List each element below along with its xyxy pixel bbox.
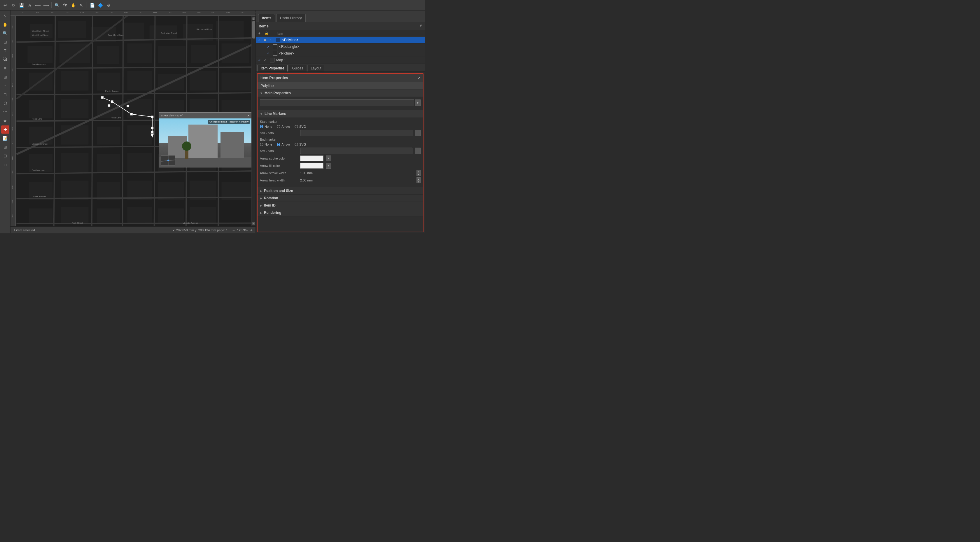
start-svg-browse-btn[interactable]: ⋯ bbox=[415, 130, 421, 136]
item-row-map1[interactable]: ✓ ✓ Map 1 bbox=[256, 57, 425, 64]
end-svg-radio[interactable]: SVG bbox=[294, 143, 306, 146]
svg-text:Melrose Avenue: Melrose Avenue bbox=[32, 143, 48, 145]
item-link-icon: ⌂ bbox=[270, 38, 274, 42]
tool-grid[interactable]: ⊟ bbox=[1, 152, 10, 160]
toolbar-redo-btn[interactable]: ⟶ bbox=[43, 2, 49, 9]
main-props-dropdown[interactable] bbox=[260, 99, 414, 106]
start-svg-path-input[interactable] bbox=[300, 130, 412, 136]
street-view-panel[interactable]: Street View · 52.0° ✕ bbox=[159, 112, 252, 167]
tool-scalebar[interactable]: ⊞ bbox=[1, 73, 10, 81]
street-view-title: Street View · 52.0° bbox=[161, 114, 247, 117]
start-svg-radio[interactable]: SVG bbox=[294, 125, 306, 128]
arrow-stroke-color-swatch[interactable] bbox=[300, 155, 323, 161]
arrow-head-width-down[interactable]: ▼ bbox=[417, 180, 421, 183]
item-row-rectangle[interactable]: ✓ <Rectangle> bbox=[256, 43, 425, 50]
start-none-radio[interactable]: None bbox=[260, 125, 272, 128]
tool-marker[interactable]: ★ bbox=[1, 117, 10, 125]
item-props-expand-btn[interactable]: ⤢ bbox=[418, 76, 420, 79]
toolbar-zoom-btn[interactable]: 🔍 bbox=[53, 2, 60, 9]
section-position-size[interactable]: ▶ Position and Size bbox=[258, 187, 423, 194]
tool-north-arrow[interactable]: ↑ bbox=[1, 82, 10, 90]
toolbar-settings-btn[interactable]: ⚙ bbox=[105, 2, 112, 9]
item-row-picture[interactable]: ✓ <Picture> bbox=[256, 50, 425, 57]
arrow-stroke-width-spinbox: 1.00 mm ▲ ▼ bbox=[300, 170, 421, 176]
main-area: ↖ ✋ 🔍 ⊡ T 🖼 ≡ ⊞ ↑ □ ⬡ 〰 ★ ✚ 📝 ⊞ ⊟ 🗆 70 8… bbox=[0, 11, 425, 233]
rendering-title: Rendering bbox=[264, 210, 281, 215]
scrollbar-down-btn[interactable]: ▼ bbox=[252, 222, 255, 225]
arrow-stroke-width-up[interactable]: ▲ bbox=[417, 170, 421, 173]
item-type-label: Polyline bbox=[258, 82, 423, 89]
toolbar-print-btn[interactable]: 🖨 bbox=[26, 2, 33, 9]
toolbar-save-btn[interactable]: 💾 bbox=[18, 2, 25, 9]
scrollbar-thumb[interactable] bbox=[252, 21, 255, 38]
sub-tab-item-properties[interactable]: Item Properties bbox=[258, 65, 288, 72]
tool-label[interactable]: T bbox=[1, 47, 10, 55]
arrow-head-width-up[interactable]: ▲ bbox=[417, 177, 421, 180]
end-none-radio[interactable]: None bbox=[260, 143, 272, 146]
toolbar-shape-btn[interactable]: 🔷 bbox=[97, 2, 104, 9]
end-svg-browse-btn[interactable]: ⋯ bbox=[415, 148, 421, 154]
start-arrow-radio[interactable]: Arrow bbox=[277, 125, 290, 128]
tool-zoom[interactable]: 🔍 bbox=[1, 29, 10, 37]
item-properties-panel: Item Properties ⤢ Polyline ▼ Main Proper… bbox=[257, 73, 423, 232]
tool-legend[interactable]: ≡ bbox=[1, 64, 10, 72]
map-content[interactable]: 170 180 190 200 210 220 230 240 250 260 … bbox=[11, 16, 256, 226]
tool-select-content[interactable]: ⊡ bbox=[1, 38, 10, 46]
street-view-close-btn[interactable]: ✕ bbox=[247, 114, 250, 118]
zoom-in-btn[interactable]: + bbox=[250, 228, 253, 233]
toolbar-map-btn[interactable]: 🗺 bbox=[62, 2, 68, 9]
svg-rect-53 bbox=[127, 207, 153, 224]
ruler-tick-label: 90 bbox=[51, 11, 53, 14]
item-vis-map1: ✓ bbox=[264, 58, 268, 62]
items-column-header: 👁 🔒 Item bbox=[256, 30, 425, 37]
svg-rect-29 bbox=[29, 127, 52, 145]
map-canvas[interactable]: West Short Street West Main Street East … bbox=[16, 16, 256, 226]
arrow-fill-color-swatch[interactable] bbox=[300, 163, 323, 169]
map-scrollbar-v[interactable]: ▲ ▼ bbox=[251, 16, 256, 226]
scrollbar-up-btn[interactable]: ▲ bbox=[252, 17, 255, 20]
tool-pan[interactable]: ✋ bbox=[1, 21, 10, 29]
ruler-tick-label: 80 bbox=[36, 11, 39, 14]
arrow-stroke-width-down[interactable]: ▼ bbox=[417, 173, 421, 176]
end-svg-path-input[interactable] bbox=[300, 148, 412, 154]
tab-items[interactable]: Items bbox=[258, 14, 275, 22]
svg-text:East Main Street: East Main Street bbox=[161, 32, 177, 34]
end-arrow-radio[interactable]: Arrow bbox=[277, 143, 290, 146]
section-rotation[interactable]: ▶ Rotation bbox=[258, 194, 423, 202]
tab-undo-history[interactable]: Undo History bbox=[276, 14, 305, 22]
tool-polygon[interactable]: ⬡ bbox=[1, 99, 10, 107]
section-item-id[interactable]: ▶ Item ID bbox=[258, 202, 423, 209]
toolbar-back-btn[interactable]: ↩ bbox=[2, 2, 9, 9]
toolbar-refresh-btn[interactable]: ↺ bbox=[10, 2, 17, 9]
arrow-fill-color-dropdown[interactable]: ▼ bbox=[326, 163, 331, 169]
tool-image[interactable]: 🖼 bbox=[1, 56, 10, 64]
tool-3d[interactable]: 🗆 bbox=[1, 161, 10, 169]
tool-add-map[interactable]: ✚ bbox=[1, 126, 10, 134]
toolbar-select-btn[interactable]: ↖ bbox=[78, 2, 85, 9]
section-line-markers[interactable]: ▼ Line Markers bbox=[258, 110, 423, 118]
svg-point-97 bbox=[167, 159, 169, 161]
section-rendering[interactable]: ▶ Rendering bbox=[258, 209, 423, 217]
toolbar-pan-btn[interactable]: ✋ bbox=[70, 2, 77, 9]
item-row-polyline[interactable]: ✓ ■ ⌂ <Polyline> bbox=[256, 37, 425, 43]
toolbar-undo-btn[interactable]: ⟵ bbox=[34, 2, 41, 9]
street-view-minimap bbox=[161, 155, 175, 166]
sub-tab-layout[interactable]: Layout bbox=[307, 65, 325, 72]
tool-shape[interactable]: □ bbox=[1, 91, 10, 99]
tool-arrow[interactable]: ↖ bbox=[1, 12, 10, 20]
zoom-out-btn[interactable]: − bbox=[232, 228, 235, 233]
end-marker-label-row: End marker bbox=[260, 138, 421, 141]
end-marker-radio-row: None Arrow SVG bbox=[260, 143, 421, 146]
main-props-dropdown-arrow[interactable]: ▼ bbox=[415, 99, 421, 106]
end-none-dot bbox=[260, 143, 263, 146]
sub-tab-guides[interactable]: Guides bbox=[289, 65, 306, 72]
toolbar-item-btn[interactable]: 📄 bbox=[89, 2, 95, 9]
arrow-stroke-color-dropdown[interactable]: ▼ bbox=[326, 155, 331, 161]
items-panel-expand-btn[interactable]: ⤢ bbox=[419, 24, 422, 27]
top-tabs: Items Undo History bbox=[256, 11, 425, 22]
tool-polyline[interactable]: 〰 bbox=[1, 108, 10, 116]
arrow-fill-color-row: Arrow fill color ▼ bbox=[260, 163, 421, 169]
section-main-properties[interactable]: ▼ Main Properties bbox=[258, 89, 423, 97]
tool-html[interactable]: 📝 bbox=[1, 134, 10, 142]
tool-table[interactable]: ⊞ bbox=[1, 143, 10, 151]
